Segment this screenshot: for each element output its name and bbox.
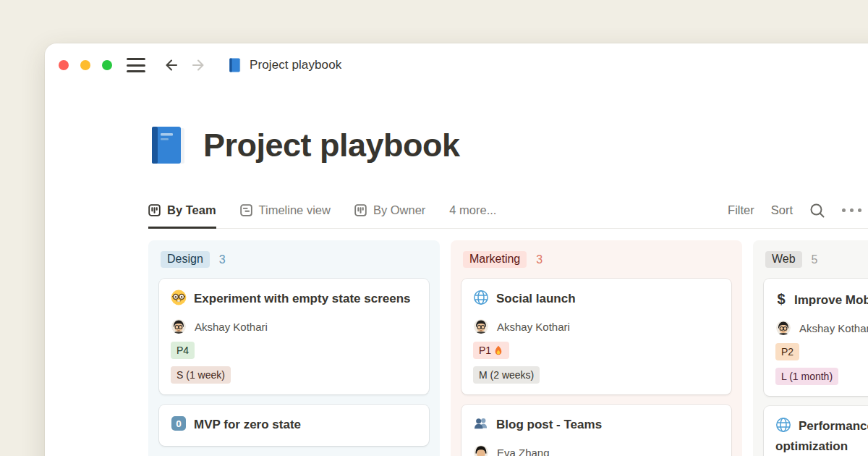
column-name-badge[interactable]: Web (765, 251, 802, 268)
assignee-row: Akshay Kothari (775, 320, 868, 336)
more-options-icon[interactable] (842, 208, 868, 212)
avatar (171, 318, 187, 334)
svg-text:0: 0 (176, 418, 182, 429)
card-mvp-zero-state[interactable]: 0 MVP for zero state (159, 405, 429, 446)
blue-book-icon (228, 57, 243, 73)
size-tag: L (1 month) (775, 368, 838, 385)
nerd-face-icon (171, 290, 187, 305)
close-window-button[interactable] (59, 60, 69, 70)
timeline-view-icon (240, 204, 252, 216)
page-title: Project playbook (203, 127, 460, 164)
tab-by-owner[interactable]: By Owner (354, 193, 425, 229)
column-header: Web 5 (764, 251, 868, 268)
board-column-web: Web 5 $Improve Mobile (753, 240, 868, 456)
card-title: Blog post - Teams (473, 415, 720, 435)
column-name-badge[interactable]: Design (161, 251, 210, 268)
card-title: Experiment with empty state screens (171, 289, 417, 309)
assignee-row: Akshay Kothari (171, 318, 417, 334)
assignee-name: Eva Zhang (497, 447, 550, 456)
column-name-badge[interactable]: Marketing (463, 251, 527, 268)
app-window: Project playbook Project playbook By Tea… (45, 43, 868, 456)
tab-timeline-view[interactable]: Timeline view (240, 193, 331, 229)
card-title: $Improve Mobile (775, 289, 868, 311)
avatar (775, 320, 791, 336)
blue-book-page-icon[interactable] (148, 124, 187, 166)
zoom-window-button[interactable] (102, 60, 112, 70)
board-column-design: Design 3 Experiment with empty state scr… (148, 240, 440, 456)
tab-label: By Owner (373, 203, 425, 217)
forward-arrow-icon[interactable] (190, 56, 207, 74)
avatar (473, 318, 489, 334)
board-view-icon (148, 204, 161, 216)
column-header: Marketing 3 (461, 251, 731, 268)
view-toolbar: Filter Sort (728, 203, 868, 219)
board-column-marketing: Marketing 3 Social launch (451, 240, 742, 456)
window-controls (59, 60, 112, 70)
menu-icon[interactable] (127, 58, 145, 72)
view-tabbar: By Team Timeline view By Owner 4 more...… (148, 193, 868, 229)
priority-tag: P4 (171, 342, 195, 359)
card-title: Performance optimization (775, 416, 868, 456)
column-count: 3 (536, 253, 542, 266)
assignee-name: Akshay Kothari (799, 322, 868, 334)
titlebar: Project playbook (59, 56, 341, 74)
board-view-icon (354, 204, 367, 216)
avatar (473, 444, 489, 456)
assignee-name: Akshay Kothari (497, 321, 570, 333)
column-count: 5 (812, 253, 818, 266)
assignee-name: Akshay Kothari (195, 321, 268, 333)
assignee-row: Eva Zhang (473, 444, 720, 456)
card-experiment-empty-state[interactable]: Experiment with empty state screens (159, 279, 429, 394)
tab-by-team[interactable]: By Team (148, 193, 216, 229)
kanban-board: Design 3 Experiment with empty state scr… (148, 240, 868, 456)
card-title: Social launch (473, 289, 720, 309)
keycap-zero-icon: 0 (171, 415, 187, 431)
card-title: 0 MVP for zero state (171, 415, 417, 435)
fire-icon (493, 345, 503, 356)
minimize-window-button[interactable] (80, 60, 90, 70)
card-improve-mobile[interactable]: $Improve Mobile (764, 279, 868, 396)
priority-tag: P1 (473, 342, 509, 359)
card-performance-optimization[interactable]: Performance optimization (764, 406, 868, 456)
tab-label: 4 more... (449, 203, 496, 217)
globe-icon (473, 290, 489, 305)
column-header: Design 3 (159, 251, 429, 268)
window-title: Project playbook (250, 58, 341, 72)
search-icon[interactable] (809, 203, 825, 219)
filter-button[interactable]: Filter (728, 203, 754, 217)
back-arrow-icon[interactable] (163, 56, 180, 74)
priority-tag: P2 (775, 343, 799, 360)
dollar-sign-icon: $ (775, 289, 787, 305)
globe-icon (775, 417, 791, 433)
assignee-row: Akshay Kothari (473, 318, 720, 334)
card-blog-post-teams[interactable]: Blog post - Teams Eva Zhang (461, 405, 731, 456)
page-header: Project playbook (148, 124, 460, 166)
tab-more-views[interactable]: 4 more... (449, 193, 496, 229)
column-count: 3 (219, 253, 226, 266)
size-tag: M (2 weeks) (473, 366, 540, 384)
size-tag: S (1 week) (171, 366, 231, 384)
sort-button[interactable]: Sort (771, 203, 793, 217)
busts-in-silhouette-icon (473, 415, 489, 431)
card-social-launch[interactable]: Social launch (461, 279, 731, 394)
tab-label: Timeline view (259, 203, 331, 217)
tab-label: By Team (167, 203, 216, 217)
